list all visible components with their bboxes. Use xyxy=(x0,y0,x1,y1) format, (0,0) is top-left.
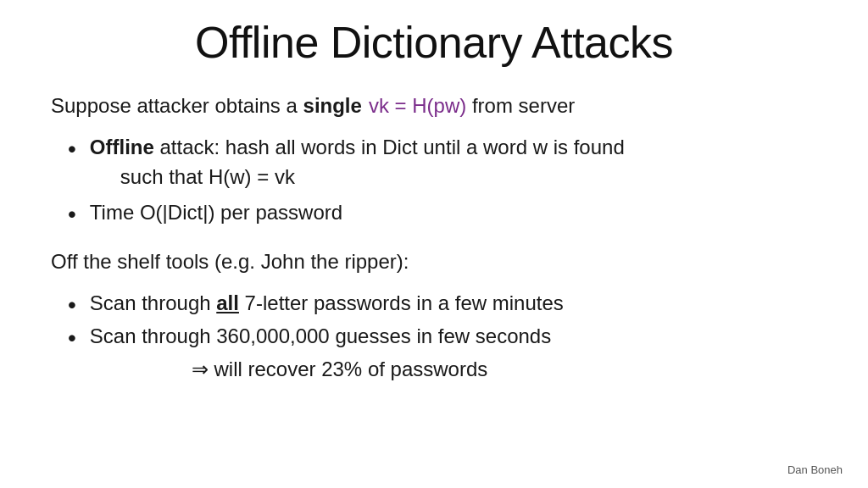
off-shelf-text: Off the shelf tools (e.g. John the rippe… xyxy=(51,250,409,273)
bullet-section-1: • Offline attack: hash all words in Dict… xyxy=(68,133,817,229)
off-shelf-line: Off the shelf tools (e.g. John the rippe… xyxy=(51,247,817,277)
bullet-section-2: • Scan through all 7-letter passwords in… xyxy=(68,289,817,385)
scan-before-underline: Scan through xyxy=(90,291,216,314)
bullet-text-4: Scan through 360,000,000 guesses in few … xyxy=(90,322,817,385)
bullet-text-2: Time O(|Dict|) per password xyxy=(90,198,817,228)
bullet-text-3: Scan through all 7-letter passwords in a… xyxy=(90,289,817,319)
bullet-item-2: • Time O(|Dict|) per password xyxy=(68,198,817,229)
bullet-text-1: Offline attack: hash all words in Dict u… xyxy=(90,133,817,196)
indent-line-1: such that H(w) = vk xyxy=(120,163,817,192)
arrow-line: ⇒ will recover 23% of passwords xyxy=(192,355,817,385)
bullet-item-1: • Offline attack: hash all words in Dict… xyxy=(68,133,817,196)
bullet-item-3: • Scan through all 7-letter passwords in… xyxy=(68,289,817,319)
intro-bold-word: single xyxy=(303,94,362,117)
bullet-dot-4: • xyxy=(68,324,76,352)
slide-title: Offline Dictionary Attacks xyxy=(51,17,817,68)
intro-after: from server xyxy=(466,94,575,117)
offline-bold: Offline xyxy=(90,136,154,158)
author-label: Dan Boneh xyxy=(787,463,843,476)
scan-360-text: Scan through 360,000,000 guesses in few … xyxy=(90,324,551,347)
intro-purple: vk = H(pw) xyxy=(369,94,466,117)
slide: Offline Dictionary Attacks Suppose attac… xyxy=(0,0,868,488)
intro-line: Suppose attacker obtains a singlevk = H(… xyxy=(51,92,817,121)
bullet-dot-1: • xyxy=(68,135,76,164)
bullet-dot-2: • xyxy=(68,200,76,229)
bullet-item-4: • Scan through 360,000,000 guesses in fe… xyxy=(68,322,817,385)
time-text: Time O(|Dict|) per password xyxy=(90,201,342,224)
offline-text: attack: hash all words in Dict until a w… xyxy=(154,136,625,158)
scan-after-underline: 7-letter passwords in a few minutes xyxy=(239,291,564,314)
bullet-dot-3: • xyxy=(68,291,76,319)
all-underline: all xyxy=(216,291,239,314)
intro-before-bold: Suppose attacker obtains a xyxy=(51,94,303,117)
